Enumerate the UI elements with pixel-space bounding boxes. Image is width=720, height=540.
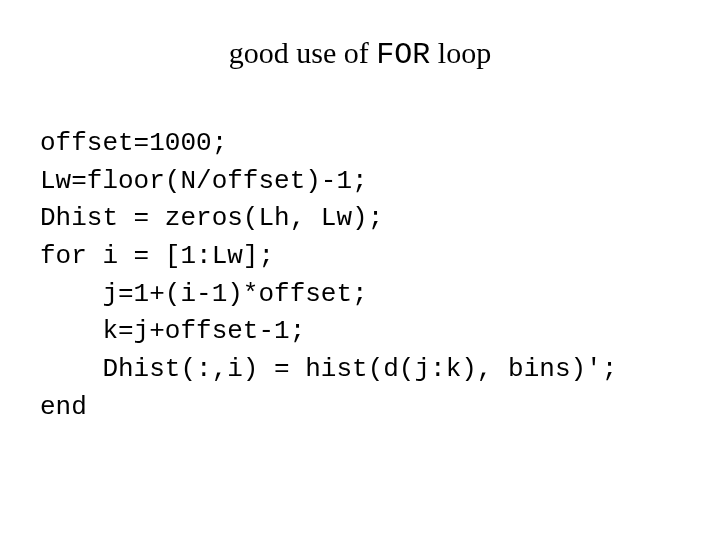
slide: good use of FOR loop offset=1000;Lw=floo…	[0, 0, 720, 540]
title-part2: loop	[430, 36, 491, 69]
code-line: j=1+(i-1)*offset;	[40, 276, 617, 314]
code-line: k=j+offset-1;	[40, 313, 617, 351]
slide-title: good use of FOR loop	[0, 36, 720, 72]
code-line: end	[40, 389, 617, 427]
code-line: Lw=floor(N/offset)-1;	[40, 163, 617, 201]
code-line: Dhist(:,i) = hist(d(j:k), bins)';	[40, 351, 617, 389]
title-part1: good use of	[229, 36, 376, 69]
code-line: Dhist = zeros(Lh, Lw);	[40, 200, 617, 238]
title-mono: FOR	[376, 38, 430, 72]
code-line: offset=1000;	[40, 125, 617, 163]
code-line: for i = [1:Lw];	[40, 238, 617, 276]
code-block: offset=1000;Lw=floor(N/offset)-1;Dhist =…	[40, 125, 617, 427]
